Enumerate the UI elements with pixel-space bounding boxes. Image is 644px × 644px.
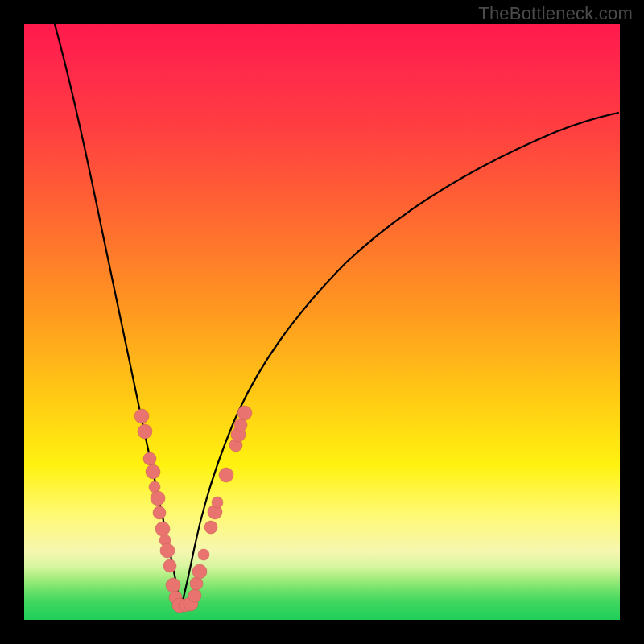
scatter-dots bbox=[134, 406, 252, 613]
scatter-dot bbox=[160, 543, 175, 558]
scatter-dot bbox=[163, 559, 176, 572]
scatter-dot bbox=[190, 577, 203, 590]
scatter-dot bbox=[138, 424, 152, 439]
scatter-dot bbox=[166, 578, 180, 592]
scatter-dot bbox=[155, 522, 170, 536]
scatter-dot bbox=[198, 549, 209, 560]
curve-layer bbox=[24, 24, 620, 620]
plot-area bbox=[24, 24, 620, 620]
bottleneck-curve bbox=[55, 24, 618, 605]
scatter-dot bbox=[234, 419, 247, 431]
scatter-dot bbox=[153, 506, 166, 519]
watermark-text: TheBottleneck.com bbox=[478, 3, 633, 24]
scatter-dot bbox=[143, 452, 156, 465]
scatter-dot bbox=[237, 406, 252, 420]
scatter-dot bbox=[188, 589, 201, 602]
scatter-dot bbox=[151, 491, 165, 506]
scatter-dot bbox=[192, 564, 207, 579]
scatter-dot bbox=[212, 497, 223, 508]
chart-frame: TheBottleneck.com bbox=[0, 0, 644, 644]
scatter-dot bbox=[219, 468, 233, 482]
scatter-dot bbox=[146, 464, 160, 479]
scatter-dot bbox=[134, 409, 149, 423]
scatter-dot bbox=[204, 521, 217, 534]
